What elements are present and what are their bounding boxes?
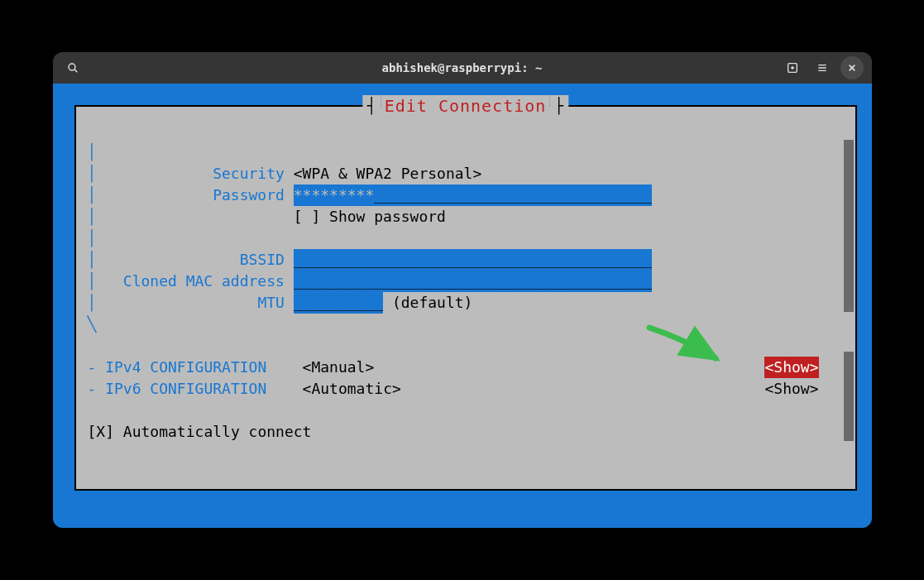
cloned-mac-input[interactable]: ________________________________________ (294, 271, 652, 292)
security-label: Security (96, 163, 285, 185)
dialog-content: │ │Security<WPA & WPA2 Personal> │Passwo… (76, 107, 855, 489)
nmtui-dialog: ┤ Edit Connection ├ │ │Security<WPA & WP… (74, 105, 857, 491)
ipv4-heading: - IPv4 CONFIGURATION (88, 357, 267, 378)
security-select[interactable]: <WPA & WPA2 Personal> (294, 163, 482, 185)
terminal-window: abhishek@raspberrypi: ~ ┤ Edit Connectio… (53, 52, 872, 528)
password-label: Password (96, 185, 285, 206)
mtu-label: MTU (96, 292, 285, 314)
show-password-checkbox[interactable]: [ ] (294, 208, 321, 225)
scrollbar-top[interactable] (844, 140, 854, 312)
svg-point-0 (69, 64, 75, 70)
password-input[interactable]: *********_______________________________ (294, 185, 652, 206)
bssid-label: BSSID (96, 249, 285, 271)
titlebar: abhishek@raspberrypi: ~ (53, 52, 872, 84)
ipv4-show-button[interactable]: <Show> (764, 357, 818, 378)
close-icon[interactable] (840, 56, 864, 79)
bssid-input[interactable]: ________________________________________ (294, 249, 652, 271)
search-icon[interactable] (61, 56, 84, 79)
window-title: abhishek@raspberrypi: ~ (53, 61, 872, 74)
scrollbar-bottom[interactable] (844, 352, 854, 441)
terminal-body: ┤ Edit Connection ├ │ │Security<WPA & WP… (53, 84, 872, 528)
ipv6-show-button[interactable]: <Show> (764, 378, 818, 400)
ipv6-mode-select[interactable]: <Automatic> (303, 378, 401, 400)
svg-line-1 (74, 70, 77, 72)
auto-connect-checkbox[interactable]: [X] Automatically connect (88, 421, 312, 443)
show-password-label: Show password (329, 208, 446, 225)
mtu-input[interactable]: __________ (294, 292, 383, 314)
mtu-default-label: (default) (392, 292, 473, 314)
ipv6-heading: - IPv6 CONFIGURATION (88, 378, 267, 400)
hamburger-menu-icon[interactable] (811, 56, 834, 79)
cloned-mac-label: Cloned MAC address (96, 271, 285, 292)
new-tab-icon[interactable] (781, 56, 804, 79)
ipv4-mode-select[interactable]: <Manual> (303, 357, 375, 378)
